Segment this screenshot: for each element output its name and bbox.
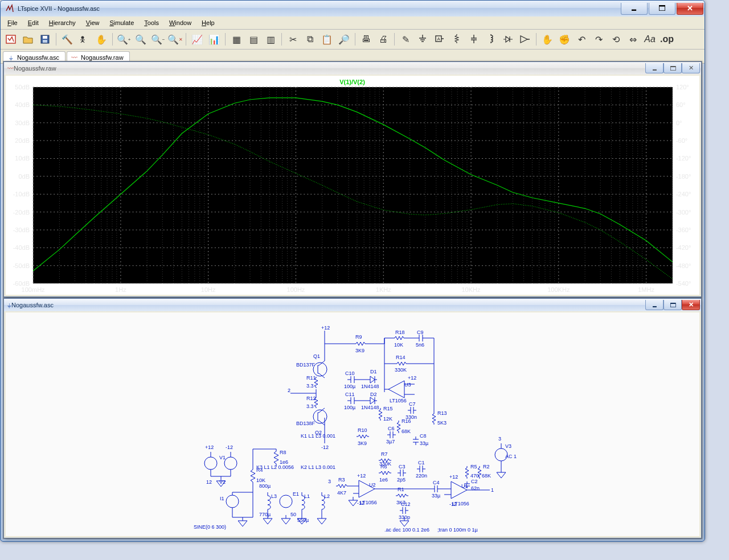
net-out1[interactable]: 1	[491, 487, 494, 493]
maximize-button[interactable]: 🗖	[649, 3, 675, 15]
title-bar[interactable]: LTspice XVII - Nogaussfw.asc 🗕 🗖 ✕	[1, 1, 705, 17]
comp-q1[interactable]: Q1 BD137F	[296, 347, 327, 378]
comp-u3[interactable]: U3 LT1056 +12	[384, 375, 416, 403]
copy-button[interactable]: ⧉	[302, 32, 318, 47]
component-button[interactable]	[517, 32, 533, 47]
comp-u1[interactable]: U1 LT1056 +12 -12	[440, 474, 490, 507]
plot-max-button[interactable]: 🗖	[664, 63, 682, 73]
comp-r14[interactable]: R14 330K	[395, 355, 408, 373]
tile-button[interactable]: ▦	[228, 32, 244, 47]
comp-r10[interactable]: R10 3K9	[357, 427, 369, 446]
plot-area[interactable]: 50dB40dB30dB20dB10dB0dB-10dB-20dB-30dB-4…	[6, 76, 699, 295]
comp-r7[interactable]: R7 330K	[379, 451, 391, 467]
settings-button[interactable]: 📊	[206, 32, 222, 47]
diode-button[interactable]	[500, 32, 516, 47]
menu-file[interactable]: File	[3, 18, 22, 27]
comp-c11[interactable]: C11 100µ	[344, 392, 358, 410]
close-button[interactable]: ✕	[677, 3, 703, 15]
rotate-button[interactable]: ⟲	[608, 32, 624, 47]
gnd-i1[interactable]	[232, 517, 253, 526]
comp-c8[interactable]: C8 33µ	[413, 433, 428, 446]
move-button[interactable]: ✋	[539, 32, 555, 47]
comp-r18[interactable]: R18 10K	[393, 330, 406, 348]
comp-v2[interactable]: -12 V2	[219, 444, 237, 485]
halt-button[interactable]: ✋	[93, 32, 109, 47]
comp-r2[interactable]: R2 68K	[478, 464, 491, 479]
plot-min-button[interactable]: 🗕	[645, 63, 664, 73]
schem-max-button[interactable]: 🗖	[664, 300, 682, 310]
dir-k2[interactable]: K2 L1 L3 0.001	[301, 464, 335, 470]
undo-button[interactable]: ↶	[574, 32, 589, 47]
capacitor-button[interactable]	[466, 32, 482, 47]
menu-window[interactable]: Window	[165, 18, 196, 27]
inductor-button[interactable]	[483, 32, 499, 47]
draw-wire-button[interactable]: ✎	[398, 32, 413, 47]
menu-help[interactable]: Help	[197, 18, 219, 27]
comp-c4[interactable]: C4 33µ	[432, 480, 440, 499]
comp-c1[interactable]: C1 220n	[416, 460, 427, 479]
plot-close-button[interactable]: ✕	[682, 63, 700, 73]
cut-button[interactable]: ✂	[285, 32, 301, 47]
comp-r8[interactable]: R8 1e6	[274, 449, 288, 466]
menu-view[interactable]: View	[81, 18, 104, 27]
comp-c10[interactable]: C10 100µ	[344, 370, 358, 389]
comp-r16[interactable]: R16 68K	[397, 418, 411, 434]
menu-simulate[interactable]: Simulate	[105, 18, 138, 27]
dir-tran[interactable]: ;tran 0 100m 0 1µ	[437, 527, 478, 533]
net-plus12-top[interactable]: +12	[321, 325, 330, 331]
print-setup-button[interactable]: 🖨	[375, 32, 391, 47]
comp-l2[interactable]: L2	[322, 492, 330, 515]
autorange-button[interactable]: 📈	[189, 32, 205, 47]
save-button[interactable]	[37, 32, 53, 47]
menu-hierarchy[interactable]: Hierarchy	[44, 18, 80, 27]
comp-r15[interactable]: R15 12K	[379, 406, 393, 422]
cascade-button[interactable]: ▤	[245, 32, 261, 47]
find-button[interactable]: 🔎	[336, 32, 352, 47]
comp-e1[interactable]: E1 50	[280, 491, 299, 517]
dir-k3[interactable]: K3 L1 L2 0.0056	[256, 464, 294, 470]
comp-c3[interactable]: C3 2p5	[397, 464, 406, 483]
net-node3[interactable]: 3	[328, 479, 331, 484]
schem-close-button[interactable]: ✕	[682, 300, 700, 310]
comp-r11[interactable]: R11 3.3	[306, 375, 318, 389]
comp-c7[interactable]: C7 330n	[406, 401, 417, 420]
trace-label[interactable]: V(1)/V(2)	[339, 79, 365, 85]
net-minus12-bot[interactable]: -12	[321, 444, 329, 450]
print-button[interactable]: 🖶	[358, 32, 374, 47]
comp-r13[interactable]: R13 5K3	[432, 410, 447, 426]
comp-v3[interactable]: V3 AC 1 3	[495, 436, 517, 469]
resistor-button[interactable]	[449, 32, 465, 47]
gnd-bunch[interactable]	[263, 497, 409, 526]
menu-edit[interactable]: Edit	[23, 18, 43, 27]
minimize-button[interactable]: 🗕	[621, 3, 648, 15]
zoom-out-button[interactable]: 🔍−	[150, 32, 166, 47]
comp-i1[interactable]: I1 SINE(0 6 300)	[194, 484, 253, 530]
comp-c9[interactable]: C9 5n6	[416, 330, 426, 348]
zoom-fit-button[interactable]: 🔍✕	[167, 32, 183, 47]
drag-button[interactable]: ✊	[556, 32, 572, 47]
schem-title-bar[interactable]: ⏚ Nogaussfw.asc 🗕 🗖 ✕	[4, 299, 701, 311]
gnd-v3[interactable]	[497, 469, 506, 478]
comp-r9[interactable]: R9 3K9	[325, 334, 367, 353]
control-panel-button[interactable]: 🔨	[59, 32, 75, 47]
zoom-in-button[interactable]: 🔍+	[116, 32, 132, 47]
schem-min-button[interactable]: 🗕	[645, 300, 664, 310]
close-all-button[interactable]: ▥	[263, 32, 279, 47]
paste-button[interactable]: 📋	[319, 32, 335, 47]
redo-button[interactable]: ↷	[591, 32, 607, 47]
label-net-button[interactable]: A	[432, 32, 448, 47]
ground-button[interactable]	[415, 32, 431, 47]
run-button[interactable]	[76, 32, 92, 47]
menu-tools[interactable]: Tools	[140, 18, 163, 27]
new-schematic-button[interactable]	[3, 32, 19, 47]
comp-r3[interactable]: R3 4K7	[336, 477, 349, 496]
pan-button[interactable]: 🔍	[133, 32, 149, 47]
text-button[interactable]: Aa	[642, 32, 658, 47]
mirror-button[interactable]: ⇔	[625, 32, 641, 47]
plot-title-bar[interactable]: 〰 Nogaussfw.raw 🗕 🗖 ✕	[4, 62, 701, 75]
comp-c6[interactable]: C6 3µ7	[386, 426, 396, 444]
comp-l3[interactable]: L3 770µ 800µ	[259, 483, 277, 517]
open-button[interactable]	[20, 32, 36, 47]
schematic-canvas[interactable]: +12 V1 12 -12 V2	[6, 312, 699, 536]
spice-directive-button[interactable]: .op	[659, 32, 675, 47]
